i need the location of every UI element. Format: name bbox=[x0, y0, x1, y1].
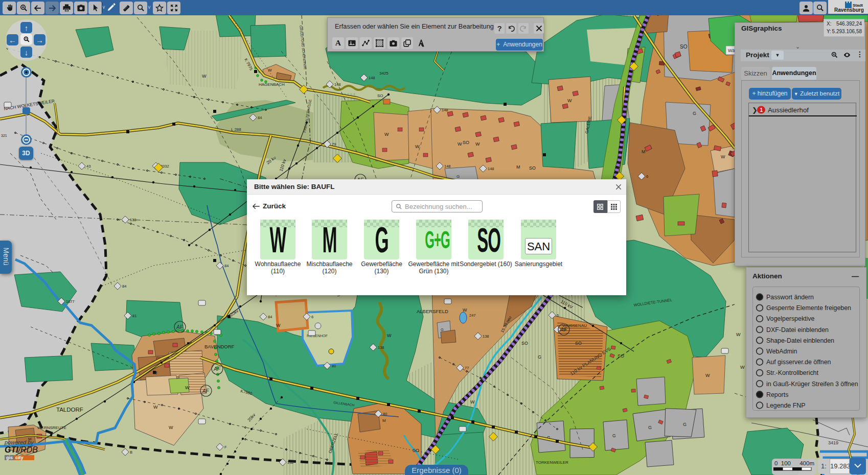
svg-text:B: B bbox=[130, 450, 132, 455]
svg-text:Str.-Kontrollbericht: Str.-Kontrollbericht bbox=[766, 369, 818, 376]
svg-text:W: W bbox=[202, 74, 207, 79]
svg-text:W: W bbox=[736, 332, 741, 337]
svg-text:A: A bbox=[335, 39, 341, 47]
svg-text:138: 138 bbox=[378, 345, 384, 350]
svg-text:138: 138 bbox=[483, 334, 489, 339]
svg-text:G: G bbox=[683, 422, 687, 427]
svg-text:80: 80 bbox=[383, 412, 387, 416]
svg-text:W: W bbox=[458, 141, 462, 147]
svg-text:3419: 3419 bbox=[828, 440, 838, 445]
svg-text:Shape-Datei einblenden: Shape-Datei einblenden bbox=[766, 337, 834, 344]
svg-text:M: M bbox=[642, 149, 646, 154]
svg-text:L 288: L 288 bbox=[231, 127, 241, 132]
svg-text:G: G bbox=[648, 425, 652, 430]
svg-text:84: 84 bbox=[268, 315, 272, 319]
svg-text:SO: SO bbox=[413, 448, 419, 453]
svg-text:SO: SO bbox=[377, 93, 383, 98]
svg-text:W: W bbox=[740, 365, 745, 370]
svg-text:AF: AF bbox=[213, 366, 221, 372]
svg-text:DXF-Datei einblenden: DXF-Datei einblenden bbox=[766, 326, 829, 334]
svg-text:WebAdmin: WebAdmin bbox=[766, 348, 797, 355]
svg-text:148: 148 bbox=[334, 82, 341, 87]
svg-text:Passwort ändern: Passwort ändern bbox=[766, 294, 814, 301]
svg-text:W: W bbox=[276, 323, 281, 328]
svg-text:AF: AF bbox=[202, 388, 210, 394]
svg-text:M: M bbox=[382, 418, 386, 423]
svg-text:AF: AF bbox=[176, 324, 184, 330]
svg-text:SO: SO bbox=[521, 341, 528, 346]
svg-text:132: 132 bbox=[287, 460, 294, 465]
svg-text:77: 77 bbox=[465, 366, 469, 370]
svg-text:G: G bbox=[538, 354, 541, 360]
svg-text:W: W bbox=[268, 68, 272, 73]
svg-text:W: W bbox=[169, 425, 173, 430]
svg-text:148: 148 bbox=[442, 108, 448, 112]
svg-text:G: G bbox=[456, 174, 460, 179]
svg-text:W: W bbox=[475, 141, 480, 147]
svg-text:TORKENWEILER: TORKENWEILER bbox=[536, 460, 568, 465]
svg-text:6: 6 bbox=[646, 174, 648, 179]
svg-text:W: W bbox=[384, 132, 389, 137]
svg-text:W: W bbox=[153, 405, 158, 410]
svg-text:W: W bbox=[185, 385, 190, 390]
svg-text:43: 43 bbox=[86, 164, 90, 169]
svg-text:HAGENBACH: HAGENBACH bbox=[259, 82, 285, 87]
svg-text:Ravensburg: Ravensburg bbox=[834, 7, 864, 13]
svg-text:BAVENDORF: BAVENDORF bbox=[204, 344, 235, 349]
svg-text:Vogelperspektive: Vogelperspektive bbox=[766, 315, 814, 322]
svg-text:138: 138 bbox=[130, 218, 136, 222]
svg-text:321: 321 bbox=[1, 134, 7, 137]
svg-text:G: G bbox=[441, 327, 444, 332]
svg-text:SO: SO bbox=[575, 341, 582, 346]
svg-text:148: 148 bbox=[444, 164, 451, 169]
svg-text:Reports: Reports bbox=[766, 391, 788, 398]
svg-text:SO: SO bbox=[529, 165, 536, 171]
svg-text:Auf gisserver.de öffnen: Auf gisserver.de öffnen bbox=[766, 359, 831, 366]
svg-text:3425: 3425 bbox=[379, 71, 389, 76]
svg-text:247: 247 bbox=[469, 313, 476, 318]
svg-text:6: 6 bbox=[311, 315, 313, 319]
svg-text:W: W bbox=[567, 98, 572, 103]
svg-text:148: 148 bbox=[488, 167, 494, 171]
svg-text:M: M bbox=[516, 164, 520, 170]
svg-text:G: G bbox=[693, 111, 696, 116]
svg-text:Gesperrte Elemente freigeben: Gesperrte Elemente freigeben bbox=[766, 304, 851, 312]
svg-text:6: 6 bbox=[557, 313, 559, 318]
svg-text:79: 79 bbox=[332, 142, 336, 147]
svg-text:W: W bbox=[415, 144, 420, 149]
svg-text:W: W bbox=[705, 373, 710, 378]
svg-text:84: 84 bbox=[122, 284, 126, 289]
svg-text:W: W bbox=[721, 154, 725, 159]
svg-text:148: 148 bbox=[369, 76, 375, 80]
svg-text:W: W bbox=[463, 307, 467, 313]
svg-text:ALBERSFELD: ALBERSFELD bbox=[417, 308, 448, 314]
svg-text:80: 80 bbox=[332, 364, 336, 368]
svg-text:in Gauß-Krüger Streifen 3 öffn: in Gauß-Krüger Streifen 3 öffnen bbox=[766, 381, 858, 388]
svg-text:84: 84 bbox=[258, 115, 262, 120]
svg-text:84: 84 bbox=[224, 264, 229, 268]
svg-text:1: 1 bbox=[760, 107, 763, 113]
svg-text:W: W bbox=[470, 399, 475, 405]
svg-text:SO: SO bbox=[680, 44, 688, 50]
svg-text:1877: 1877 bbox=[66, 299, 75, 304]
svg-text:AF: AF bbox=[560, 327, 567, 332]
svg-text:81: 81 bbox=[132, 314, 136, 318]
svg-text:Legende FNP: Legende FNP bbox=[766, 402, 805, 409]
svg-text:SO: SO bbox=[463, 140, 469, 145]
svg-text:TALDORF: TALDORF bbox=[56, 407, 83, 413]
svg-text:G: G bbox=[612, 433, 616, 438]
svg-text:F: F bbox=[224, 445, 227, 449]
svg-text:W: W bbox=[387, 333, 392, 338]
